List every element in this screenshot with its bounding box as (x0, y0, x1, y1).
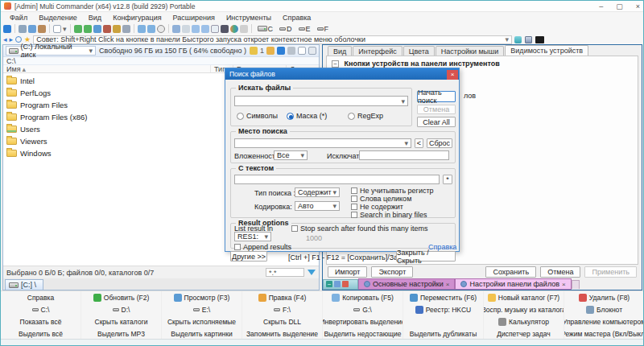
refresh-panel-icon[interactable] (277, 47, 285, 55)
column-name[interactable]: Имя▴ (3, 65, 211, 72)
refresh-icon[interactable] (3, 25, 11, 33)
cmd-view-f3[interactable]: Просмотр (F3) (162, 291, 242, 303)
duplicate-tab-icon[interactable] (84, 25, 92, 33)
dialog-title-bar[interactable]: Поиск файлов × (225, 68, 459, 80)
search-type-select[interactable]: Содержит▾ (295, 187, 340, 197)
start-search-button[interactable]: Начать поиск (417, 91, 456, 102)
folder-options-icon[interactable] (122, 25, 130, 33)
search-icon[interactable] (157, 25, 165, 33)
cmd-remember-selection[interactable]: Запомнить выделение (242, 327, 323, 340)
cmd-edit-f4[interactable]: Правка (F4) (242, 291, 323, 303)
archive-icon[interactable] (103, 25, 111, 33)
reset-location-button[interactable]: Сброс (427, 138, 452, 148)
layout-dropdown-icon[interactable]: ▾ (63, 25, 67, 33)
list-result-select[interactable]: RES1:▾ (234, 232, 271, 241)
tip-dropdown-icon[interactable]: ▾ (506, 35, 510, 43)
tab-core-settings[interactable]: Основные настройки × (358, 278, 455, 290)
menu-configuration[interactable]: Конфигурация (107, 14, 167, 22)
export-button[interactable]: Экспорт (371, 266, 413, 278)
close-tab-icon[interactable]: × (446, 281, 450, 288)
cmd-refresh-f2[interactable]: Обновить (F2) (81, 291, 162, 303)
folder-compare-icon[interactable] (192, 25, 200, 33)
cmd-show-all[interactable]: Показать всё (1, 315, 81, 327)
radio-symbols[interactable]: Символы (237, 112, 278, 120)
encoding-select[interactable]: Авто▾ (295, 201, 340, 211)
cmd-goto-c[interactable]: C:\ (1, 303, 81, 315)
cmd-registry-hkcu[interactable]: Реестр: HKCU (403, 303, 484, 315)
save-button[interactable]: Сохранить (485, 266, 536, 278)
with-text-input[interactable] (234, 175, 440, 184)
chevron-down-icon[interactable]: ▾ (264, 233, 268, 241)
cmd-select-mp3[interactable]: Выделить MP3 (81, 327, 162, 340)
cmd-delete-f8[interactable]: Удалить (F8) (564, 291, 644, 303)
checkbox-search-binary[interactable]: Search in binary files (351, 211, 427, 219)
drive-button-e[interactable]: E (296, 25, 313, 33)
copy-icon[interactable] (28, 25, 36, 33)
favorites-folder-icon[interactable] (113, 25, 121, 33)
tab-view[interactable]: Вид (328, 46, 352, 56)
drive-button-c[interactable]: C (255, 25, 276, 33)
folder-sync-icon[interactable] (201, 25, 209, 33)
cmd-goto-d[interactable]: D:\ (81, 303, 162, 315)
menu-tools[interactable]: Инструменты (221, 14, 277, 22)
copy-path-icon[interactable] (172, 25, 180, 33)
chevron-down-icon[interactable]: ▾ (332, 202, 336, 210)
menu-view[interactable]: Вид (83, 14, 107, 22)
radio-regexp[interactable]: RegExp (348, 112, 383, 120)
clear-all-button[interactable]: Clear All (417, 117, 456, 127)
tab-colors[interactable]: Цвета (403, 46, 435, 56)
depth-select[interactable]: Все▾ (274, 150, 308, 160)
settings-minimize-icon[interactable]: – (326, 281, 332, 287)
grid-view-icon[interactable] (308, 47, 316, 55)
chevron-down-icon[interactable]: ▾ (332, 188, 336, 196)
edit-file-icon[interactable] (147, 25, 155, 33)
back-icon[interactable]: ◂ (3, 35, 7, 43)
tab-mouse-settings[interactable]: Настройки мыши (436, 46, 505, 56)
settings-close-icon[interactable] (342, 281, 349, 287)
menu-file[interactable]: Файл (4, 14, 33, 22)
cmd-invert-selection[interactable]: Инвертировать выделение (323, 315, 403, 327)
filter-funnel-icon[interactable] (308, 270, 316, 275)
chevron-down-icon[interactable]: ▾ (401, 97, 405, 105)
cmd-select-images[interactable]: Выделить картинки (162, 327, 242, 340)
history-icon[interactable] (15, 36, 22, 43)
view-file-icon[interactable] (138, 25, 146, 33)
settings-icon[interactable] (240, 25, 248, 33)
tab-interface[interactable]: Интерфейс (353, 46, 402, 56)
checkbox-append-results[interactable]: Append results (234, 243, 291, 251)
cmd-wizard-mode[interactable]: Режим мастера (Вкл/Выкл) (564, 327, 644, 340)
swap-panels-icon[interactable] (287, 47, 295, 55)
new-tab-icon[interactable] (74, 25, 82, 33)
explorer-panel-icon[interactable] (211, 25, 219, 33)
cmd-copy-f5[interactable]: Копировать (F5) (323, 291, 403, 303)
cmd-play-music[interactable]: Воспр. музыку из каталога (484, 303, 564, 315)
tree-item-fragment[interactable]: лов (464, 92, 476, 100)
radio-mask[interactable]: Маска (*) (287, 112, 327, 120)
color-scheme-icon[interactable] (230, 25, 238, 33)
folder-tab-icon[interactable] (93, 25, 101, 33)
file-ops-icon[interactable] (182, 25, 190, 33)
cmd-hide-executables[interactable]: Скрыть исполняемые (162, 315, 242, 327)
forward-icon[interactable]: ▸ (10, 35, 14, 43)
cmd-new-folder-f7[interactable]: Новый каталог (F7) (484, 291, 564, 303)
layout-icon[interactable] (53, 25, 61, 33)
cmd-move-f6[interactable]: Переместить (F6) (403, 291, 484, 303)
chevron-down-icon[interactable]: ▾ (300, 151, 304, 159)
path-bar[interactable]: C:\ (3, 57, 319, 65)
network-share-icon[interactable] (250, 47, 258, 55)
cut-icon[interactable] (19, 25, 27, 33)
folder-up-icon[interactable] (266, 47, 275, 55)
tree-header[interactable]: Кнопки устройств на панели инструментов (345, 60, 500, 68)
cmd-goto-g[interactable]: G:\ (323, 303, 403, 315)
display-icon[interactable] (221, 25, 229, 33)
menu-help[interactable]: Справка (277, 14, 316, 22)
text-wildcard-button[interactable]: * (443, 175, 452, 184)
location-back-button[interactable]: < (415, 138, 423, 148)
tab-device-visibility[interactable]: Видимость устройств (505, 45, 588, 56)
cmd-hide-dll[interactable]: Скрыть DLL (242, 315, 323, 327)
minimize-icon[interactable]: – (599, 2, 603, 10)
cmd-select-duplicates[interactable]: Выделить дубликаты (403, 327, 484, 340)
cmd-select-all[interactable]: Выделить всё (1, 327, 81, 340)
maximize-icon[interactable]: ▢ (616, 2, 623, 10)
menu-extensions[interactable]: Расширения (167, 14, 221, 22)
